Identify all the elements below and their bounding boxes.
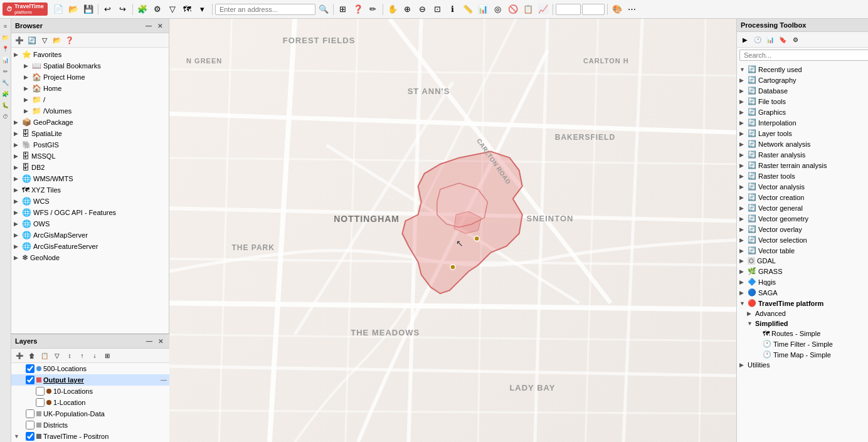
stats-button[interactable]: 📈: [536, 3, 550, 16]
toolbox-bookmark-button[interactable]: 🔖: [777, 34, 788, 45]
edit-icon[interactable]: ✏: [1, 66, 11, 76]
toolbox-item-routes-simple[interactable]: 🗺 Routes - Simple: [737, 329, 868, 339]
toolbox-item-vector-geometry[interactable]: ▶ 🔄 Vector geometry: [737, 213, 868, 224]
toolbox-results-button[interactable]: 📊: [765, 34, 776, 45]
save-project-button[interactable]: 💾: [82, 3, 95, 16]
browser-add-button[interactable]: ➕: [14, 34, 25, 46]
layer-item-districts[interactable]: Districts: [11, 419, 169, 431]
layer-uk-checkbox[interactable]: [26, 409, 34, 418]
browser-item-geonode[interactable]: ▶ ❄ GeoNode: [11, 252, 169, 263]
browser-item-project-home[interactable]: ▶ 🏠 Project Home: [11, 71, 169, 83]
layer-output-checkbox[interactable]: [26, 376, 34, 384]
browser-item-db2[interactable]: ▶ 🗄 DB2: [11, 162, 169, 173]
zoom-extent-button[interactable]: ⊡: [431, 3, 445, 16]
layer-districts-checkbox[interactable]: [26, 421, 34, 429]
rendering-button[interactable]: 🎨: [610, 3, 624, 16]
toolbox-item-vector-overlay[interactable]: ▶ 🔄 Vector overlay: [737, 224, 868, 234]
browser-item-xyz[interactable]: ▶ 🗺 XYZ Tiles: [11, 184, 169, 196]
layers-add-button[interactable]: ➕: [14, 350, 25, 361]
toolbox-search-input[interactable]: [739, 50, 868, 61]
layer-item-10-locations[interactable]: 10-Locations: [11, 386, 169, 397]
map-area[interactable]: ↖ FOREST FIELDS N GREEN ST ANN'S CARLTON…: [169, 19, 736, 442]
toolbox-item-vector-selection[interactable]: ▶ 🔄 Vector selection: [737, 234, 868, 245]
toolbox-item-traveltime-platform[interactable]: ▼ 🔴 TravelTime platform: [737, 298, 868, 308]
browser-filter-button[interactable]: ▽: [39, 34, 50, 46]
filter-button[interactable]: ▽: [166, 3, 179, 16]
toolbox-item-recently-used[interactable]: ▼ 🔄 Recently used: [737, 64, 868, 75]
toolbox-item-hqgis[interactable]: ▶ 🔷 Hqgis: [737, 276, 868, 287]
browser-item-volumes[interactable]: ▶ 📁 /Volumes: [11, 105, 169, 117]
layer-item-output[interactable]: Output layer —: [11, 374, 169, 386]
help-button[interactable]: ❓: [351, 3, 365, 16]
pan-button[interactable]: ✋: [386, 3, 400, 16]
geocode-button[interactable]: 🔍: [317, 3, 331, 16]
toolbox-item-file-tools[interactable]: ▶ 🔄 File tools: [737, 96, 868, 107]
browser-minimize-icon[interactable]: —: [144, 21, 154, 31]
plugins-button[interactable]: 🧩: [135, 3, 149, 16]
browser-item-spatial-bookmarks[interactable]: ▶ 📖 Spatial Bookmarks: [11, 60, 169, 71]
digitize-button[interactable]: ✏: [366, 3, 380, 16]
toolbox-item-vector-general[interactable]: ▶ 🔄 Vector general: [737, 203, 868, 213]
redo-button[interactable]: ↪: [116, 3, 130, 16]
toolbox-item-interpolation[interactable]: ▶ 🔄 Interpolation: [737, 117, 868, 128]
stat-icon[interactable]: 📊: [1, 55, 11, 65]
layer-1-checkbox[interactable]: [36, 398, 45, 407]
toolbox-item-grass[interactable]: ▶ 🌿 GRASS: [737, 266, 868, 276]
tool-icon[interactable]: 🔧: [1, 78, 11, 88]
layers-open-attribute-button[interactable]: 📋: [39, 350, 50, 361]
browser-item-arcgisfeature[interactable]: ▶ 🌐 ArcGisFeatureServer: [11, 241, 169, 252]
browser-item-favorites[interactable]: ▶ ⭐ Favorites: [11, 49, 169, 60]
more-tools-button[interactable]: ⋯: [625, 3, 639, 16]
toolbox-settings-button[interactable]: ⚙: [790, 34, 801, 45]
toolbox-run-button[interactable]: ▶: [739, 34, 751, 45]
open-project-button[interactable]: 📂: [66, 3, 80, 16]
layers-minimize-icon[interactable]: —: [144, 336, 154, 346]
toolbox-item-advanced[interactable]: ▶ Advanced: [737, 308, 868, 318]
toolbox-item-gdal[interactable]: ▶ ⬡ GDAL: [737, 256, 868, 266]
select-button[interactable]: ◎: [491, 3, 505, 16]
undo-button[interactable]: ↩: [101, 3, 115, 16]
attributes-button[interactable]: 📋: [521, 3, 535, 16]
browser-icon[interactable]: 📁: [1, 33, 11, 43]
browser-item-ows[interactable]: ▶ 🌐 OWS: [11, 218, 169, 229]
browser-item-wcs[interactable]: ▶ 🌐 WCS: [11, 196, 169, 207]
identify-button[interactable]: ℹ: [446, 3, 460, 16]
zoom-in-button[interactable]: ⊕: [401, 3, 415, 16]
toolbox-item-vector-creation[interactable]: ▶ 🔄 Vector creation: [737, 192, 868, 203]
browser-item-postgis[interactable]: ▶ 🐘 PostGIS: [11, 139, 169, 150]
processing-button[interactable]: ⚙: [151, 3, 164, 16]
measure-button[interactable]: 📏: [461, 3, 475, 16]
layers-icon[interactable]: ≡: [1, 21, 11, 31]
layer-10-checkbox[interactable]: [36, 387, 45, 396]
layer-output-collapse[interactable]: —: [161, 377, 167, 384]
deselect-button[interactable]: 🚫: [506, 3, 520, 16]
toolbox-item-network-analysis[interactable]: ▶ 🔄 Network analysis: [737, 139, 868, 149]
browser-item-geopackage[interactable]: ▶ 📦 GeoPackage: [11, 117, 169, 128]
browser-item-root[interactable]: ▶ 📁 /: [11, 94, 169, 105]
toolbox-item-database[interactable]: ▶ 🔄 Database: [737, 85, 868, 96]
toolbox-item-raster-tools[interactable]: ▶ 🔄 Raster tools: [737, 171, 868, 181]
browser-item-spatialite[interactable]: ▶ 🗄 SpatiaLite: [11, 128, 169, 139]
new-project-button[interactable]: 📄: [51, 3, 65, 16]
browser-item-wfs[interactable]: ▶ 🌐 WFS / OGC API - Features: [11, 207, 169, 218]
toolbox-item-layer-tools[interactable]: ▶ 🔄 Layer tools: [737, 128, 868, 139]
zoom-unit-input[interactable]: px: [582, 4, 605, 15]
toolbox-item-time-filter-simple[interactable]: 🕐 Time Filter - Simple: [737, 339, 868, 349]
toolbox-item-raster-terrain[interactable]: ▶ 🔄 Raster terrain analysis: [737, 160, 868, 171]
layer-diagram-button[interactable]: 📊: [476, 3, 490, 16]
toolbox-item-saga[interactable]: ▶ 🔵 SAGA: [737, 287, 868, 298]
toolbox-item-vector-table[interactable]: ▶ 🔄 Vector table: [737, 245, 868, 256]
layer-item-500-locations[interactable]: 500-Locations: [11, 363, 169, 374]
layer-item-1-location[interactable]: 1-Location: [11, 397, 169, 408]
zoom-input[interactable]: 12: [556, 4, 581, 15]
layers-move-up-button[interactable]: ↑: [77, 350, 88, 361]
layer-item-traveltime[interactable]: ▼ TravelTime - Positron: [11, 431, 169, 442]
layers-filter-button[interactable]: ▽: [51, 350, 63, 361]
toolbox-item-utilities[interactable]: ▶ Utilities: [737, 360, 868, 370]
browser-item-home[interactable]: ▶ 🏠 Home: [11, 83, 169, 94]
browser-item-arcgismap[interactable]: ▶ 🌐 ArcGisMapServer: [11, 229, 169, 241]
browser-close-icon[interactable]: ✕: [155, 21, 165, 31]
toolbox-item-raster-analysis[interactable]: ▶ 🔄 Raster analysis: [737, 149, 868, 160]
layer-tt-checkbox[interactable]: [26, 432, 34, 441]
map-tips-button[interactable]: 🗺: [181, 3, 194, 16]
